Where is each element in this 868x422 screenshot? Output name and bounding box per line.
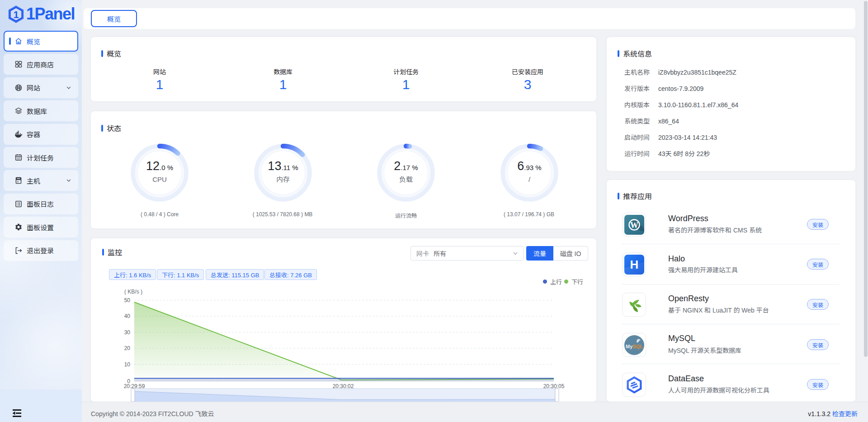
svg-text:20: 20: [124, 345, 131, 351]
svg-text:内存: 内存: [276, 175, 289, 183]
svg-text:30: 30: [124, 329, 131, 336]
svg-text:负载: 负载: [399, 175, 413, 183]
svg-text:1: 1: [13, 9, 19, 20]
svg-text:W: W: [630, 220, 638, 229]
svg-text:H: H: [630, 258, 638, 271]
svg-text:10: 10: [124, 361, 131, 368]
svg-text:50: 50: [124, 297, 131, 303]
svg-text:( KB/s ): ( KB/s ): [124, 289, 142, 295]
svg-text:40: 40: [124, 313, 131, 319]
svg-text:CPU: CPU: [152, 175, 167, 183]
svg-text:MySQL: MySQL: [626, 344, 643, 349]
